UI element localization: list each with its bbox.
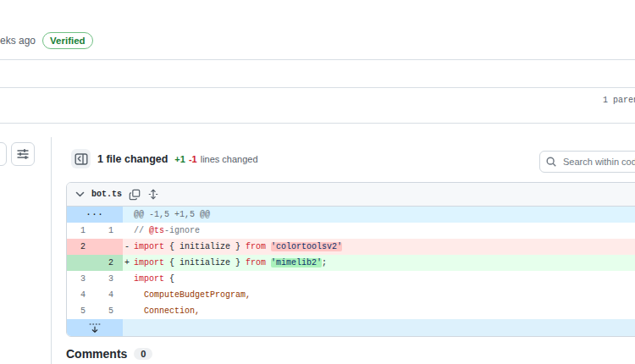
- expand-down-icon: [87, 322, 102, 334]
- diff-marker: [123, 319, 134, 336]
- comments-section-header: Comments 0: [66, 347, 152, 361]
- expand-down-button[interactable]: [67, 319, 123, 336]
- code-segment: //: [134, 226, 149, 235]
- diff-row-add: 2+import { initialize } from 'mimelib2';: [67, 255, 635, 271]
- expand-all-button[interactable]: [147, 188, 159, 201]
- line-number-old[interactable]: 3: [67, 271, 95, 287]
- commit-parents: 1 paren: [603, 96, 635, 105]
- search-within-code-box[interactable]: [539, 151, 635, 173]
- line-number-new[interactable]: 5: [95, 303, 123, 319]
- diff-row-context: 11// @ts-ignore: [67, 223, 635, 239]
- divider: [0, 123, 635, 124]
- line-number-old[interactable]: 4: [67, 287, 95, 303]
- line-number-new[interactable]: 1: [95, 223, 123, 239]
- divider: [0, 59, 635, 60]
- code-segment: import: [134, 258, 164, 267]
- diff-stats: +1 -1 lines changed: [174, 154, 257, 164]
- verified-badge[interactable]: Verified: [42, 32, 93, 49]
- comments-count-badge: 0: [134, 348, 152, 360]
- code-segment: -ignore: [164, 226, 200, 235]
- code-segment: {: [164, 274, 174, 284]
- chevron-down-icon: [75, 190, 85, 198]
- file-tree-toggle-button[interactable]: [71, 149, 91, 168]
- hunk-expand-button[interactable]: ···: [67, 207, 123, 223]
- line-number-old[interactable]: [67, 255, 95, 271]
- search-icon: [545, 156, 557, 168]
- code-segment: @ts: [149, 226, 164, 235]
- files-changed-title: 1 file changed: [97, 153, 168, 165]
- diff-marker: +: [123, 255, 134, 271]
- comments-title: Comments: [66, 347, 127, 361]
- copy-path-button[interactable]: [129, 189, 141, 201]
- deletions-count: -1: [189, 154, 197, 164]
- code-line: import { initialize } from 'mimelib2';: [134, 255, 635, 271]
- code-line: [134, 319, 635, 336]
- search-input[interactable]: [561, 156, 635, 168]
- line-number-new[interactable]: 2: [95, 255, 123, 271]
- code-segment: import: [134, 242, 164, 251]
- commit-meta-row: eks ago Verified: [0, 32, 93, 49]
- diff-row-expand: [67, 319, 635, 336]
- diff-table: ···@@ -1,5 +1,5 @@11// @ts-ignore2-impor…: [67, 207, 635, 336]
- additions-count: +1: [174, 154, 185, 164]
- diff-row-hunk: ···@@ -1,5 +1,5 @@: [67, 207, 635, 223]
- diff-settings-button[interactable]: [11, 142, 35, 166]
- code-segment: ComputeBudgetProgram,: [134, 290, 251, 300]
- file-filter-cutoff-button[interactable]: [0, 142, 7, 166]
- file-header: bot.ts: [67, 183, 635, 207]
- commit-page: eks ago Verified 1 paren: [0, 0, 635, 364]
- line-number-new[interactable]: 4: [95, 287, 123, 303]
- line-number-new[interactable]: [95, 239, 123, 255]
- divider: [0, 87, 635, 88]
- pane-divider: [51, 137, 52, 364]
- code-segment: from: [246, 242, 266, 251]
- diff-marker: [123, 223, 134, 239]
- line-number-new[interactable]: 3: [95, 271, 123, 287]
- commit-timestamp: eks ago: [0, 35, 36, 47]
- unfold-icon: [147, 188, 159, 201]
- copy-icon: [129, 189, 141, 201]
- code-segment: Connection,: [134, 306, 200, 316]
- code-segment: { initialize }: [164, 258, 246, 267]
- code-line: Connection,: [134, 303, 635, 319]
- diff-marker: [123, 287, 134, 303]
- diff-row-context: 33import {: [67, 271, 635, 287]
- diff-marker: [123, 303, 134, 319]
- diff-marker: [123, 207, 134, 223]
- code-segment: 'colortoolsv2': [271, 242, 342, 251]
- code-segment: ;: [322, 258, 327, 267]
- sliders-icon: [16, 147, 30, 161]
- diff-row-context: 55 Connection,: [67, 303, 635, 319]
- code-line: @@ -1,5 +1,5 @@: [134, 207, 635, 223]
- code-line: import {: [134, 271, 635, 287]
- line-number-old[interactable]: 5: [67, 303, 95, 319]
- code-segment: import: [134, 274, 164, 284]
- diff-row-context: 44 ComputeBudgetProgram,: [67, 287, 635, 303]
- line-number-old[interactable]: 2: [67, 239, 95, 255]
- code-segment: from: [246, 258, 266, 267]
- diff-row-del: 2-import { initialize } from 'colortools…: [67, 239, 635, 255]
- diff-marker: -: [123, 239, 134, 255]
- code-segment: 'mimelib2': [271, 258, 322, 267]
- diff-panel: bot.ts: [66, 182, 635, 337]
- lines-changed-label: lines changed: [201, 154, 258, 164]
- code-line: ComputeBudgetProgram,: [134, 287, 635, 303]
- code-line: import { initialize } from 'colortoolsv2…: [134, 239, 635, 255]
- file-name-link[interactable]: bot.ts: [91, 190, 122, 199]
- code-segment: @@ -1,5 +1,5 @@: [134, 210, 210, 219]
- diff-toolbar: 1 file changed +1 -1 lines changed: [71, 149, 258, 168]
- code-line: // @ts-ignore: [134, 223, 635, 239]
- diff-marker: [123, 271, 134, 287]
- sidebar-collapse-icon: [75, 152, 88, 166]
- code-segment: { initialize }: [164, 242, 246, 251]
- file-collapse-chevron[interactable]: [75, 190, 85, 198]
- line-number-old[interactable]: 1: [67, 223, 95, 239]
